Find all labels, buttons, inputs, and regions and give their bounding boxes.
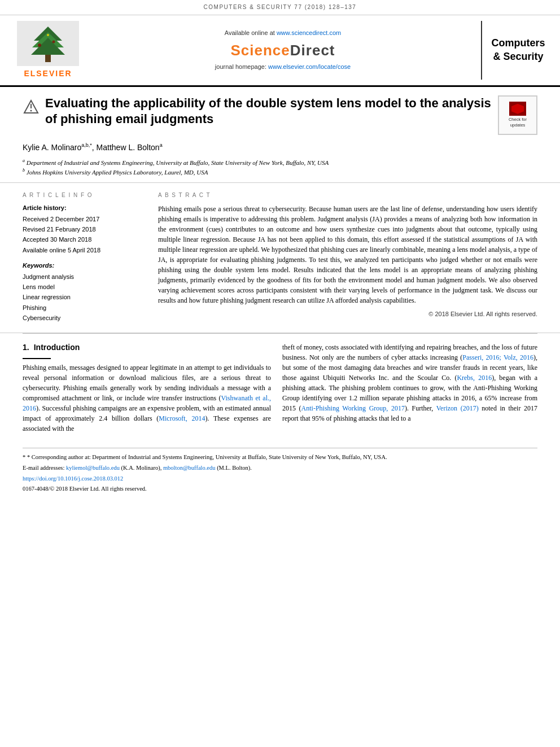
check-updates-badge: Check for updates (498, 95, 537, 135)
doi-link-text: https://doi.org/10.1016/j.cose.2018.03.0… (23, 474, 537, 483)
available-online-text: Available online at www.sciencedirect.co… (225, 29, 341, 37)
elsevier-wordmark: ELSEVIER (24, 68, 72, 80)
author1-sup: a,b,* (81, 142, 92, 148)
abstract-text: Phishing emails pose a serious threat to… (158, 204, 537, 305)
section-number: 1. (23, 342, 29, 353)
paper-title: Evaluating the applicability of the doub… (45, 95, 492, 128)
svg-point-5 (53, 41, 55, 43)
email1-link[interactable]: kyliemol@buffalo.edu (66, 465, 120, 471)
doi-link[interactable]: https://doi.org/10.1016/j.cose.2018.03.0… (23, 475, 123, 482)
ref-verizon[interactable]: Verizon (2017) (436, 404, 479, 412)
intro-left-col: 1. Introduction Phishing emails, message… (23, 342, 271, 434)
section-title: Introduction (34, 342, 80, 353)
svg-point-9 (30, 110, 32, 111)
email-addresses: E-mail addresses: kyliemol@buffalo.edu (… (23, 464, 537, 473)
journal-header: ELSEVIER Available online at www.science… (0, 15, 560, 87)
revised-date: Revised 21 February 2018 (23, 225, 147, 234)
intro-right-text: theft of money, costs associated with id… (282, 342, 537, 423)
direct-text: Direct (290, 42, 335, 59)
ref-vishwanath[interactable]: Vishwanath et al., 2016 (23, 394, 271, 412)
authors-line: Kylie A. Molinaroa,b,*, Matthew L. Bolto… (23, 142, 537, 153)
journal-name-right: Computers & Security (481, 21, 549, 80)
intro-left-text: Phishing emails, messages designed to ap… (23, 362, 271, 434)
journal-citation: COMPUTERS & SECURITY 77 (2018) 128–137 (204, 4, 357, 10)
accepted-date: Accepted 30 March 2018 (23, 235, 147, 244)
paper-type-icon (23, 99, 40, 116)
article-info-col: A R T I C L E I N F O Article history: R… (23, 191, 147, 324)
journal-homepage-url[interactable]: www.elsevier.com/locate/cose (268, 63, 351, 70)
ref-krebs[interactable]: Krebs, 2016 (457, 374, 492, 382)
author1-name: Kylie A. Molinaro (23, 142, 81, 151)
copyright-text: © 2018 Elsevier Ltd. All rights reserved… (158, 310, 537, 318)
header-center-info: Available online at www.sciencedirect.co… (90, 21, 475, 80)
check-updates-text: Check for updates (509, 117, 527, 128)
elsevier-tree-image (17, 21, 79, 66)
badge-hexagon (511, 104, 524, 114)
available-date: Available online 5 April 2018 (23, 246, 147, 255)
article-info-label: A R T I C L E I N F O (23, 191, 147, 199)
article-history: Article history: Received 2 December 201… (23, 204, 147, 255)
section-underline (23, 358, 51, 359)
corresponding-author-note: * * Corresponding author at: Department … (23, 453, 537, 462)
affiliations: a Department of Industrial and Systems E… (23, 158, 537, 177)
paper-title-row: Evaluating the applicability of the doub… (23, 95, 537, 135)
keyword-2: Lens model (23, 283, 147, 291)
history-heading: Article history: (23, 204, 147, 212)
svg-point-4 (38, 43, 41, 47)
ref-passeri[interactable]: Passeri, 2016; Volz, 2016 (462, 353, 533, 361)
science-text: Science (231, 42, 290, 59)
keywords-section: Keywords: Judgment analysis Lens model L… (23, 261, 147, 322)
keyword-4: Phishing (23, 304, 147, 312)
sciencedirect-url[interactable]: www.sciencedirect.com (277, 29, 341, 36)
journal-homepage-text: journal homepage: www.elsevier.com/locat… (215, 63, 351, 71)
journal-header-bar: COMPUTERS & SECURITY 77 (2018) 128–137 (0, 0, 560, 15)
issn-text: 0167-4048/© 2018 Elsevier Ltd. All right… (23, 484, 537, 493)
author2-sup: a (160, 142, 163, 148)
affiliation-b: b Johns Hopkins University Applied Physi… (23, 167, 537, 177)
keyword-5: Cybersecurity (23, 314, 147, 322)
introduction-section: 1. Introduction Phishing emails, message… (0, 334, 560, 442)
badge-icon (509, 102, 526, 116)
keyword-1: Judgment analysis (23, 273, 147, 281)
sciencedirect-logo: ScienceDirect (231, 40, 335, 60)
author2-name: , Matthew L. Bolton (92, 142, 160, 151)
keyword-3: Linear regression (23, 293, 147, 302)
elsevier-logo-area: ELSEVIER (11, 21, 85, 80)
ref-microsoft[interactable]: Microsoft, 2014 (159, 414, 205, 422)
received-date: Received 2 December 2017 (23, 215, 147, 224)
svg-point-6 (47, 34, 49, 36)
ref-apwg[interactable]: Anti-Phishing Working Group, 2017 (301, 404, 405, 412)
article-info-abstract: A R T I C L E I N F O Article history: R… (0, 183, 560, 333)
email2-link[interactable]: mbolton@buffalo.edu (163, 465, 216, 471)
journal-title: Computers & Security (488, 37, 549, 63)
abstract-label: A B S T R A C T (158, 191, 537, 199)
keywords-heading: Keywords: (23, 261, 147, 270)
paper-title-section: Evaluating the applicability of the doub… (0, 87, 560, 184)
intro-right-col: theft of money, costs associated with id… (282, 342, 537, 434)
abstract-col: A B S T R A C T Phishing emails pose a s… (158, 191, 537, 324)
intro-heading: 1. Introduction (23, 342, 271, 353)
footnote-area: * * Corresponding author at: Department … (23, 448, 537, 493)
affiliation-a: a Department of Industrial and Systems E… (23, 158, 537, 167)
